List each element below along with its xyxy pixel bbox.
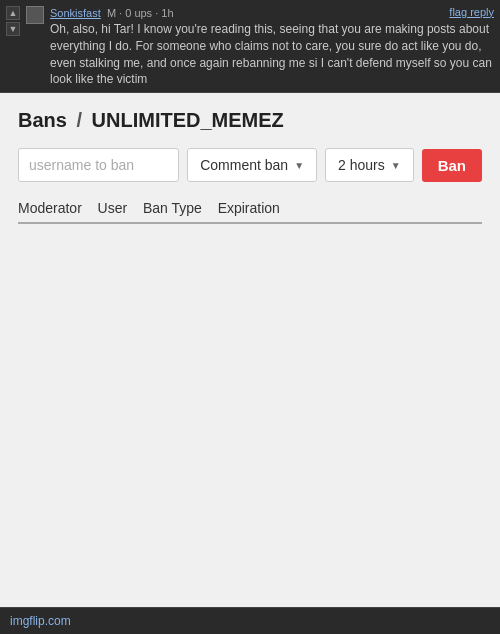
meta-text: M · 0 ups · 1h [107,7,174,19]
username-link[interactable]: Sonkisfast [50,7,101,19]
site-name: imgflip.com [10,614,71,628]
table-header: Moderator User Ban Type Expiration [18,198,482,224]
username-input[interactable] [18,148,179,182]
page-title: Bans / UNLIMITED_MEMEZ [18,109,482,132]
vote-arrows[interactable]: ▲ ▼ [6,6,20,36]
notification-header: Sonkisfast M · 0 ups · 1h flag reply [50,4,494,19]
hours-arrow-icon: ▼ [391,160,401,171]
col-user: User [98,198,136,218]
page-title-bans: Bans [18,109,67,131]
comment-ban-arrow-icon: ▼ [294,160,304,171]
notification-content: Sonkisfast M · 0 ups · 1h flag reply Oh,… [50,4,494,88]
footer: imgflip.com [0,607,500,634]
hours-dropdown[interactable]: 2 hours ▼ [325,148,414,182]
col-moderator: Moderator [18,198,90,218]
ban-button[interactable]: Ban [422,149,482,182]
comment-ban-dropdown[interactable]: Comment ban ▼ [187,148,317,182]
hours-label: 2 hours [338,157,385,173]
upvote-button[interactable]: ▲ [6,6,20,20]
downvote-button[interactable]: ▼ [6,22,20,36]
avatar [26,6,44,24]
col-ban-type: Ban Type [143,198,210,218]
notification-message: Oh, also, hi Tar! I know you're reading … [50,21,494,88]
col-expiration: Expiration [218,198,288,218]
main-content: Bans / UNLIMITED_MEMEZ Comment ban ▼ 2 h… [0,93,500,613]
ban-form: Comment ban ▼ 2 hours ▼ Ban [18,148,482,182]
user-meta: Sonkisfast M · 0 ups · 1h [50,7,174,19]
notification-bar: ▲ ▼ Sonkisfast M · 0 ups · 1h flag reply… [0,0,500,93]
comment-ban-label: Comment ban [200,157,288,173]
flag-reply-link[interactable]: flag reply [449,6,494,18]
breadcrumb-slash: / [71,109,88,131]
page-title-subreddit: UNLIMITED_MEMEZ [92,109,284,131]
